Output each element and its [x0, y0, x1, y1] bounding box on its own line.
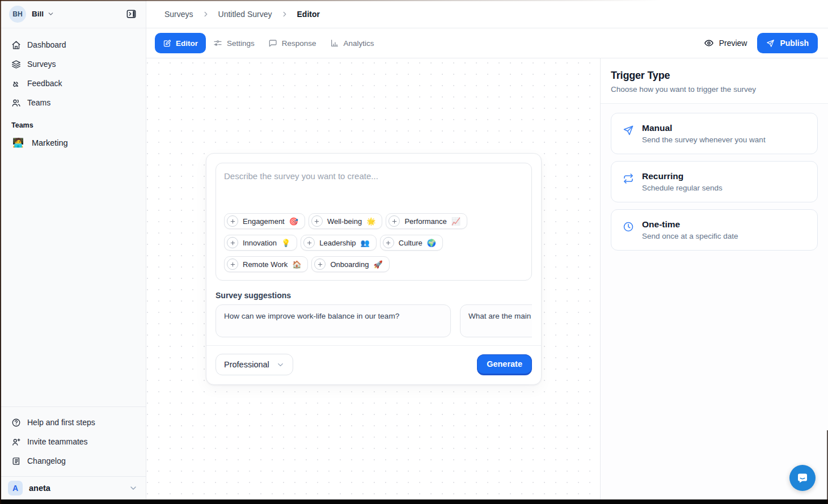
sidebar-item-help[interactable]: Help and first steps [7, 413, 139, 432]
workspace-switcher[interactable]: BH Bill [0, 0, 146, 28]
prompt-box[interactable]: Engagement 🎯 Well-being 🌟 Performance [216, 163, 532, 281]
trigger-option-title: Manual [642, 123, 766, 133]
tab-response[interactable]: Response [262, 33, 323, 53]
topic-chip-leadership[interactable]: Leadership 👥 [301, 235, 377, 251]
trigger-option-one-time[interactable]: One-time Send once at a specific date [611, 209, 818, 251]
tab-settings[interactable]: Settings [207, 33, 261, 53]
survey-composer-card: Engagement 🎯 Well-being 🌟 Performance [206, 153, 542, 385]
composer-divider [206, 345, 541, 346]
topic-chip-onboarding[interactable]: Onboarding 🚀 [311, 256, 389, 272]
chat-launcher-button[interactable] [789, 465, 816, 491]
user-plus-icon [11, 437, 21, 447]
preview-button[interactable]: Preview [704, 38, 747, 48]
user-name: aneta [29, 484, 50, 493]
sidebar-item-invite[interactable]: Invite teammates [7, 432, 139, 451]
topic-chip-engagement[interactable]: Engagement 🎯 [224, 213, 305, 229]
sidebar-item-changelog[interactable]: Changelog [7, 451, 139, 471]
workspace-avatar: BH [9, 6, 26, 23]
plus-icon [314, 259, 326, 270]
sidebar-item-feedback[interactable]: Feedback [7, 74, 139, 93]
user-avatar: A [8, 481, 23, 495]
preview-label: Preview [719, 39, 747, 48]
send-icon [766, 39, 775, 48]
chevron-right-icon [202, 10, 210, 18]
trigger-option-manual[interactable]: Manual Send the survey whenever you want [611, 113, 818, 154]
tab-label: Settings [227, 39, 255, 48]
topic-chips: Engagement 🎯 Well-being 🌟 Performance [224, 213, 523, 272]
trigger-option-text: Recurring Schedule regular sends [642, 171, 723, 192]
sidebar-item-label: Surveys [27, 60, 56, 69]
trigger-panel-header: Trigger Type Choose how you want to trig… [601, 58, 828, 104]
topic-chip-performance[interactable]: Performance 📈 [386, 213, 467, 229]
sidebar: BH Bill Dashboard Surv [0, 0, 146, 499]
survey-description-input[interactable] [224, 171, 523, 211]
trigger-option-text: One-time Send once at a specific date [642, 219, 738, 240]
topic-chip-innovation[interactable]: Innovation 💡 [224, 235, 297, 251]
publish-label: Publish [780, 39, 809, 48]
publish-button[interactable]: Publish [757, 33, 818, 53]
user-menu[interactable]: A aneta [0, 476, 146, 499]
chip-emoji: 🎯 [289, 218, 298, 225]
sidebar-collapse-button[interactable] [123, 6, 139, 22]
plus-icon [311, 215, 323, 227]
users-icon [11, 98, 21, 108]
topic-chip-culture[interactable]: Culture 🌍 [380, 235, 443, 251]
chip-label: Leadership [319, 239, 356, 247]
chevron-down-icon [47, 10, 54, 18]
chip-emoji: 🏠 [292, 261, 301, 268]
sidebar-item-label: Help and first steps [27, 418, 95, 427]
trigger-option-description: Send once at a specific date [642, 232, 738, 240]
message-icon [268, 39, 277, 48]
chip-emoji: 🚀 [373, 261, 382, 268]
suggestion-card[interactable]: What are the main ob [460, 304, 532, 337]
sidebar-team-marketing[interactable]: 🧑‍💻 Marketing [7, 133, 139, 153]
trigger-option-description: Send the survey whenever you want [642, 135, 766, 144]
editor-canvas[interactable]: Engagement 🎯 Well-being 🌟 Performance [146, 58, 600, 499]
megaphone-icon [11, 79, 21, 88]
editor-toolbar: Editor Settings Response Analytics [146, 28, 828, 58]
trigger-option-description: Schedule regular sends [642, 184, 723, 192]
screen-edge-top [0, 0, 828, 1]
suggestion-card[interactable]: How can we improve work-life balance in … [216, 304, 451, 337]
generate-button[interactable]: Generate [477, 354, 532, 375]
clock-icon [623, 221, 634, 240]
tab-editor[interactable]: Editor [155, 33, 206, 53]
tab-analytics[interactable]: Analytics [324, 33, 381, 53]
sidebar-item-label: Changelog [27, 456, 66, 465]
plus-icon [227, 215, 238, 227]
workspace-name: Bill [32, 10, 44, 18]
topic-chip-well-being[interactable]: Well-being 🌟 [309, 213, 382, 229]
tone-select[interactable]: Professional [216, 354, 293, 375]
chip-label: Well-being [327, 217, 362, 226]
sidebar-item-dashboard[interactable]: Dashboard [7, 35, 139, 54]
help-circle-icon [11, 418, 21, 427]
screen-edge-left [0, 0, 1, 504]
suggestions-label: Survey suggestions [216, 291, 532, 300]
chip-label: Engagement [243, 217, 285, 226]
sidebar-spacer [0, 153, 146, 406]
sidebar-item-surveys[interactable]: Surveys [7, 54, 139, 74]
suggestions-row: How can we improve work-life balance in … [216, 304, 532, 337]
chip-emoji: 🌍 [427, 239, 436, 247]
chip-emoji: 📈 [451, 218, 461, 225]
trigger-type-panel: Trigger Type Choose how you want to trig… [600, 58, 828, 499]
chip-label: Performance [404, 217, 446, 226]
bar-chart-icon [330, 39, 339, 48]
sidebar-item-label: Teams [27, 98, 50, 107]
panel-collapse-icon [126, 9, 137, 19]
breadcrumb-untitled-survey[interactable]: Untitled Survey [218, 10, 272, 19]
topic-chip-remote-work[interactable]: Remote Work 🏠 [224, 256, 308, 272]
chevron-right-icon [281, 10, 289, 18]
chip-label: Onboarding [330, 260, 369, 269]
sidebar-item-label: Feedback [27, 79, 62, 88]
sidebar-item-label: Dashboard [27, 40, 66, 49]
plus-icon [227, 237, 238, 248]
trigger-options: Manual Send the survey whenever you want… [601, 104, 828, 260]
trigger-option-recurring[interactable]: Recurring Schedule regular sends [611, 161, 818, 202]
tone-selected-value: Professional [224, 360, 269, 369]
breadcrumb-surveys[interactable]: Surveys [164, 10, 193, 19]
sidebar-nav: Dashboard Surveys Feedback Teams [0, 28, 146, 153]
chevron-down-icon[interactable] [129, 484, 138, 493]
sidebar-item-teams[interactable]: Teams [7, 93, 139, 112]
breadcrumb: Surveys Untitled Survey Editor [146, 0, 828, 28]
